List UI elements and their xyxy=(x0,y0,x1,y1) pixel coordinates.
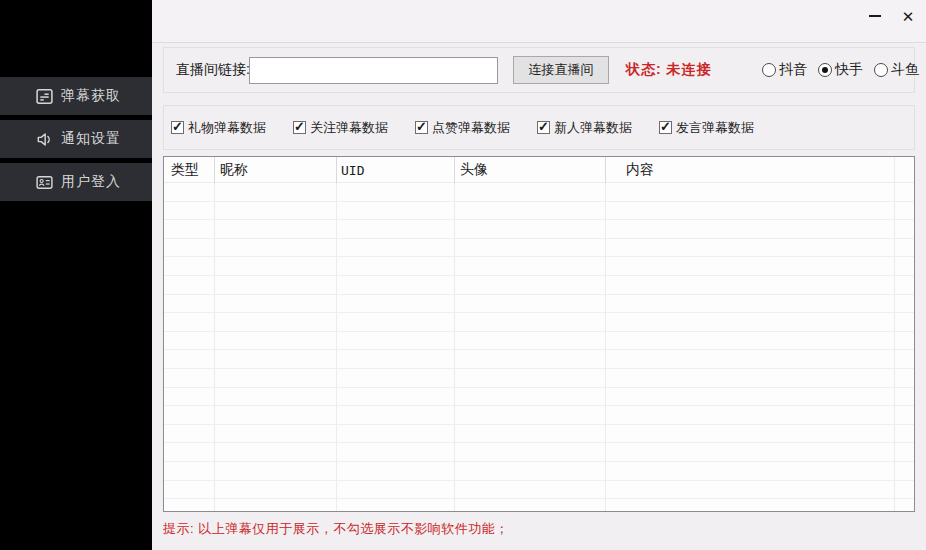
column-header-content: 内容 xyxy=(626,157,654,183)
sidebar: 弹幕获取 通知设置 用户登入 xyxy=(0,0,152,550)
column-header-avatar: 头像 xyxy=(460,157,488,183)
app-window: 弹幕获取 通知设置 用户登入 ✕ xyxy=(0,0,926,550)
minimize-button[interactable] xyxy=(860,2,890,30)
filter-label: 发言弹幕数据 xyxy=(676,119,754,137)
danmaku-table: 类型 昵称 UID 头像 内容 xyxy=(163,156,915,512)
filter-label: 点赞弹幕数据 xyxy=(432,119,510,137)
danmaku-filter-panel: 礼物弹幕数据 关注弹幕数据 点赞弹幕数据 新人弹幕数据 发言弹幕数据 xyxy=(163,105,915,150)
main-area: ✕ 直播间链接: 连接直播间 状态: 未连接 抖音 快手 斗鱼 xyxy=(152,0,926,550)
filter-gift-danmaku[interactable]: 礼物弹幕数据 xyxy=(171,106,266,149)
connect-button[interactable]: 连接直播间 xyxy=(513,56,609,84)
checkbox-icon xyxy=(537,121,550,134)
speaker-icon xyxy=(35,130,54,149)
status-text: 状态: 未连接 xyxy=(626,48,712,92)
filter-newcomer-danmaku[interactable]: 新人弹幕数据 xyxy=(537,106,632,149)
checkbox-icon xyxy=(293,121,306,134)
filter-label: 关注弹幕数据 xyxy=(310,119,388,137)
close-icon: ✕ xyxy=(902,9,915,24)
column-header-nickname: 昵称 xyxy=(220,157,248,183)
table-header: 类型 昵称 UID 头像 内容 xyxy=(164,157,914,183)
filter-chat-danmaku[interactable]: 发言弹幕数据 xyxy=(659,106,754,149)
platform-radio-douyin[interactable]: 抖音 xyxy=(762,61,807,79)
stream-link-input[interactable] xyxy=(249,57,498,84)
platform-label: 斗鱼 xyxy=(891,61,919,79)
filter-label: 新人弹幕数据 xyxy=(554,119,632,137)
platform-radio-kuaishou[interactable]: 快手 xyxy=(818,61,863,79)
column-header-uid: UID xyxy=(341,157,364,183)
checkbox-icon xyxy=(171,121,184,134)
radio-icon xyxy=(762,63,776,77)
radio-icon xyxy=(874,63,888,77)
danmaku-list-icon xyxy=(35,87,54,106)
platform-label: 快手 xyxy=(835,61,863,79)
sidebar-item-label: 通知设置 xyxy=(61,130,121,148)
sidebar-item-label: 弹幕获取 xyxy=(61,87,121,105)
platform-radio-group: 抖音 快手 斗鱼 xyxy=(762,48,919,92)
sidebar-item-user-login[interactable]: 用户登入 xyxy=(0,163,152,201)
hint-text: 提示: 以上弹幕仅用于展示，不勾选展示不影响软件功能； xyxy=(163,520,509,538)
stream-link-label: 直播间链接: xyxy=(176,48,250,92)
checkbox-icon xyxy=(659,121,672,134)
column-header-type: 类型 xyxy=(171,157,199,183)
filter-like-danmaku[interactable]: 点赞弹幕数据 xyxy=(415,106,510,149)
id-card-icon xyxy=(35,173,54,192)
checkbox-icon xyxy=(415,121,428,134)
filter-follow-danmaku[interactable]: 关注弹幕数据 xyxy=(293,106,388,149)
platform-label: 抖音 xyxy=(779,61,807,79)
table-body-empty xyxy=(164,183,914,511)
radio-icon xyxy=(818,63,832,77)
titlebar: ✕ xyxy=(152,0,926,43)
sidebar-item-label: 用户登入 xyxy=(61,173,121,191)
filter-label: 礼物弹幕数据 xyxy=(188,119,266,137)
platform-radio-douyu[interactable]: 斗鱼 xyxy=(874,61,919,79)
close-button[interactable]: ✕ xyxy=(893,2,923,30)
sidebar-item-notification-settings[interactable]: 通知设置 xyxy=(0,120,152,158)
minimize-icon xyxy=(869,15,881,17)
sidebar-item-danmaku-capture[interactable]: 弹幕获取 xyxy=(0,77,152,115)
stream-link-panel: 直播间链接: 连接直播间 状态: 未连接 抖音 快手 斗鱼 xyxy=(163,47,915,93)
